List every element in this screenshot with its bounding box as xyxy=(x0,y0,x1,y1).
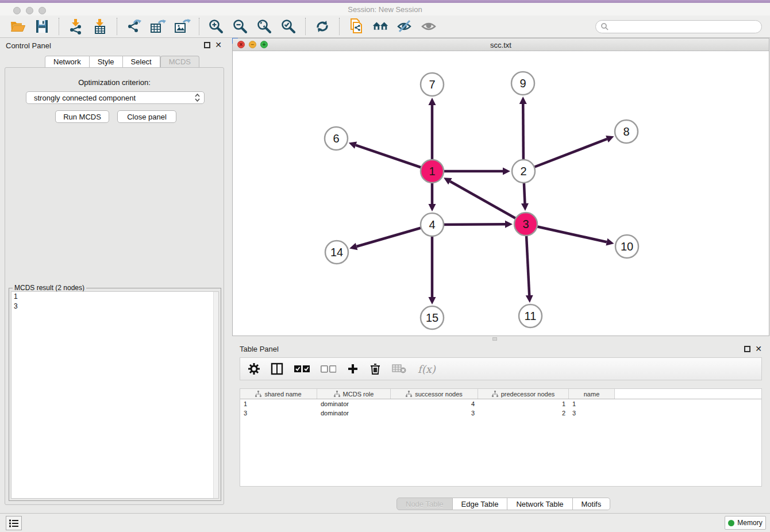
float-panel-icon[interactable] xyxy=(204,42,210,48)
node-table[interactable]: shared nameMCDS rolesuccessor nodesprede… xyxy=(240,388,762,487)
splitter-handle[interactable] xyxy=(492,337,497,341)
table-cell[interactable]: 1 xyxy=(478,399,569,408)
copy-network-icon[interactable] xyxy=(348,18,365,35)
select-stepper-icon xyxy=(194,93,201,102)
tab-network[interactable]: Network xyxy=(45,56,90,68)
column-label: predecessor nodes xyxy=(501,391,555,398)
graph-node-3[interactable]: 3 xyxy=(514,213,537,236)
export-network-icon[interactable] xyxy=(125,18,143,35)
memory-button[interactable]: Memory xyxy=(725,516,766,530)
table-cell[interactable]: 3 xyxy=(391,408,478,418)
import-table-icon[interactable] xyxy=(91,18,109,35)
graph-node-11[interactable]: 11 xyxy=(519,304,542,327)
save-icon[interactable] xyxy=(33,18,51,35)
delete-table-icon[interactable] xyxy=(392,364,407,374)
task-list-icon xyxy=(9,519,19,528)
column-label: shared name xyxy=(264,391,301,398)
memory-label: Memory xyxy=(737,519,762,527)
column-header-predecessor-nodes[interactable]: predecessor nodes xyxy=(478,389,569,399)
zoom-in-icon[interactable] xyxy=(207,18,225,35)
edge-3-1[interactable] xyxy=(444,178,526,224)
graph-node-6[interactable]: 6 xyxy=(325,127,348,150)
table-cell[interactable]: 1 xyxy=(240,399,317,408)
graph-node-4[interactable]: 4 xyxy=(421,213,444,236)
select-all-icon[interactable] xyxy=(294,365,310,373)
table-cell[interactable]: 3 xyxy=(569,408,615,418)
tab-motifs[interactable]: Motifs xyxy=(573,498,611,510)
task-console-button[interactable] xyxy=(6,516,22,530)
toolbar-separator xyxy=(199,18,199,35)
control-panel: Control Panel ✕ NetworkStyleSelectMCDS O… xyxy=(0,38,229,512)
tab-edge-table[interactable]: Edge Table xyxy=(453,498,508,510)
table-cell[interactable]: 4 xyxy=(391,399,478,408)
zoom-selected-icon[interactable] xyxy=(280,18,297,35)
run-mcds-button[interactable]: Run MCDS xyxy=(55,110,109,123)
graph-node-2[interactable]: 2 xyxy=(512,160,535,183)
table-cell[interactable]: 1 xyxy=(569,399,615,408)
optimization-criterion-label: Optimization criterion: xyxy=(5,78,224,87)
column-header-mcds-role[interactable]: MCDS role xyxy=(317,389,391,399)
graph-node-1[interactable]: 1 xyxy=(421,160,444,183)
selected-option: strongly connected component xyxy=(34,94,194,102)
graph-node-15[interactable]: 15 xyxy=(421,306,444,329)
column-header-name[interactable]: name xyxy=(569,389,615,399)
column-header-successor-nodes[interactable]: successor nodes xyxy=(391,389,478,399)
tab-style[interactable]: Style xyxy=(90,56,123,68)
search-icon xyxy=(600,22,609,30)
optimization-criterion-select[interactable]: strongly connected component xyxy=(26,91,205,104)
tab-node-table[interactable]: Node Table xyxy=(396,498,453,510)
graph-node-8[interactable]: 8 xyxy=(615,120,638,143)
import-network-icon[interactable] xyxy=(67,18,84,35)
mcds-result-group: MCDS result (2 nodes) 13 xyxy=(9,288,221,501)
search-input[interactable] xyxy=(609,22,757,30)
network-window-titlebar[interactable]: × − + scc.txt xyxy=(233,38,769,51)
show-style-icon[interactable] xyxy=(420,18,437,35)
edge-1-6[interactable] xyxy=(349,141,432,171)
tab-network-table[interactable]: Network Table xyxy=(507,498,572,510)
zoom-out-icon[interactable] xyxy=(232,18,249,35)
graph-node-10[interactable]: 10 xyxy=(615,235,638,258)
deselect-all-icon[interactable] xyxy=(321,365,336,373)
table-cell[interactable]: dominator xyxy=(317,408,391,418)
zoom-fit-icon[interactable] xyxy=(256,18,273,35)
close-panel-icon[interactable]: ✕ xyxy=(215,40,222,49)
table-row[interactable]: 1dominator411 xyxy=(240,399,761,408)
table-cell[interactable]: 3 xyxy=(240,408,317,418)
add-column-icon[interactable] xyxy=(347,363,359,375)
export-image-icon[interactable] xyxy=(174,18,191,35)
mcds-result-list[interactable]: 13 xyxy=(11,291,219,499)
search-box[interactable] xyxy=(595,20,762,33)
toolbar-separator xyxy=(339,18,340,35)
column-header-shared-name[interactable]: shared name xyxy=(240,389,317,399)
graph-node-7[interactable]: 7 xyxy=(421,73,444,96)
scrollbar-track[interactable] xyxy=(213,292,218,498)
split-panel-icon[interactable] xyxy=(271,363,283,375)
tab-select[interactable]: Select xyxy=(123,56,160,68)
column-label: MCDS role xyxy=(343,391,374,398)
float-panel-icon[interactable] xyxy=(744,346,750,352)
close-panel-icon[interactable]: ✕ xyxy=(755,344,762,353)
table-cell[interactable]: 2 xyxy=(478,408,569,418)
open-folder-icon[interactable] xyxy=(9,18,26,35)
column-label: name xyxy=(584,391,600,398)
gear-icon[interactable] xyxy=(248,363,260,375)
graph-node-9[interactable]: 9 xyxy=(511,72,534,95)
export-table-icon[interactable] xyxy=(149,18,167,35)
table-panel: Table Panel ✕ f(x) xyxy=(232,342,770,512)
hide-style-icon[interactable] xyxy=(396,18,413,35)
home-network-icon[interactable] xyxy=(372,18,389,35)
refresh-icon[interactable] xyxy=(314,18,331,35)
edge-2-8[interactable] xyxy=(523,136,614,171)
graph-node-14[interactable]: 14 xyxy=(325,241,348,264)
control-panel-header: Control Panel ✕ xyxy=(0,38,229,53)
tab-mcds[interactable]: MCDS xyxy=(160,56,199,68)
horizontal-splitter[interactable] xyxy=(232,336,770,342)
edge-4-14[interactable] xyxy=(349,225,432,250)
table-row[interactable]: 3dominator323 xyxy=(240,408,761,418)
network-canvas[interactable]: 7968124314101511 xyxy=(233,51,769,336)
close-panel-button[interactable]: Close panel xyxy=(117,110,176,123)
edge-3-10[interactable] xyxy=(526,224,614,246)
table-cell[interactable]: dominator xyxy=(317,399,391,408)
mcds-result-line: 3 xyxy=(11,302,218,311)
delete-icon[interactable] xyxy=(369,363,381,375)
